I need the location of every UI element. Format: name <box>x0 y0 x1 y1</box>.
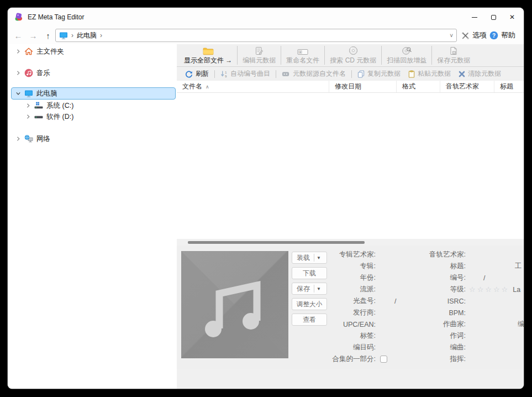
chevron-right-icon[interactable] <box>15 136 21 142</box>
copy-metadata-label: 复制元数据 <box>367 69 401 79</box>
breadcrumb-this-pc[interactable]: 此电脑 <box>77 31 97 40</box>
show-all-files-button[interactable]: 显示全部文件 → <box>179 44 237 66</box>
folder-icon <box>203 46 214 55</box>
rename-file-button[interactable]: x 重命名文件 <box>281 44 324 66</box>
clear-icon <box>459 71 465 77</box>
search-cd-metadata-label: 搜索 CD 元数据 <box>330 56 376 65</box>
breadcrumb-chevron-icon: › <box>71 32 73 39</box>
sidebar-item-this-pc[interactable]: 此电脑 <box>8 87 177 100</box>
back-icon: ← <box>14 31 23 40</box>
main-toolbar: 显示全部文件 → 编辑元数据 <box>177 44 524 67</box>
address-bar[interactable]: › 此电脑 › ˅ <box>55 29 457 42</box>
paste-icon <box>408 70 415 78</box>
column-header-filename[interactable]: 文件名 ∧ <box>177 81 329 92</box>
minimize-button[interactable] <box>465 8 484 27</box>
chevron-down-icon[interactable] <box>15 91 21 96</box>
field-arranger: 编曲: <box>397 342 466 353</box>
field-year: 年份: <box>307 272 376 284</box>
chevron-right-icon[interactable] <box>15 70 21 76</box>
home-icon <box>24 47 33 56</box>
chevron-right-icon[interactable] <box>25 103 31 108</box>
rating-stars[interactable]: ☆☆☆☆☆ <box>469 285 509 294</box>
toolbar-separator <box>214 70 215 78</box>
music-icon <box>24 69 33 77</box>
clear-metadata-button[interactable]: 清除元数据 <box>455 69 505 79</box>
music-note-icon <box>181 251 288 358</box>
auto-number-tracks-button[interactable]: 1 9 自动编号曲目 <box>217 69 274 79</box>
title-bar: EZ Meta Tag Editor ✕ <box>8 8 524 27</box>
window-title: EZ Meta Tag Editor <box>28 13 85 21</box>
horizontal-scrollbar[interactable] <box>177 239 524 245</box>
paste-metadata-button[interactable]: 粘贴元数据 <box>404 69 455 79</box>
metadata-from-filename-button[interactable]: 元数据源自文件名 <box>278 69 350 79</box>
chevron-right-icon[interactable] <box>15 49 21 54</box>
column-header-modified-date[interactable]: 修改日期 <box>329 81 397 92</box>
forward-button[interactable]: → <box>27 29 39 41</box>
save-metadata-button[interactable]: 保存元数据 <box>432 44 475 66</box>
svg-text:x: x <box>299 50 301 53</box>
svg-text:?: ? <box>492 33 496 39</box>
metadata-toolbar: 刷新 1 9 自动编号曲目 元数据源自文件名 <box>177 67 524 81</box>
refresh-label: 刷新 <box>196 69 209 79</box>
field-genre: 流派: <box>307 284 376 295</box>
search-cd-metadata-button[interactable]: 搜索 CD 元数据 <box>325 44 381 66</box>
show-all-files-label: 显示全部文件 → <box>184 56 232 65</box>
auto-number-icon: 1 9 <box>220 70 228 78</box>
sidebar-item-drive-d[interactable]: 软件 (D:) <box>8 111 177 123</box>
sidebar-item-music[interactable]: 音乐 <box>8 67 177 79</box>
sidebar-item-drive-c[interactable]: 系统 (C:) <box>8 100 177 112</box>
metadata-from-filename-label: 元数据源自文件名 <box>293 69 346 79</box>
field-publisher: 发行商: <box>307 307 376 318</box>
refresh-button[interactable]: 刷新 <box>181 69 213 79</box>
edit-metadata-button[interactable]: 编辑元数据 <box>238 44 281 66</box>
sidebar-item-label: 音乐 <box>36 69 50 78</box>
field-part-of-compilation: 合集的一部分: <box>307 353 387 365</box>
compilation-checkbox[interactable] <box>380 356 387 363</box>
column-header-format[interactable]: 格式 <box>397 81 440 92</box>
column-header-title[interactable]: 标题 <box>494 81 524 92</box>
scan-replaygain-button[interactable]: 扫描回放增益 <box>382 44 431 66</box>
replaygain-icon <box>402 46 412 55</box>
column-header-track-artist[interactable]: 音轨艺术家 <box>440 81 494 92</box>
field-isrc: ISRC: <box>397 295 466 307</box>
save-doc-icon <box>450 46 457 55</box>
help-button[interactable]: ? 帮助 <box>489 29 515 41</box>
system-drive-icon <box>34 101 43 110</box>
address-dropdown-icon[interactable]: ˅ <box>450 33 453 39</box>
rename-field-icon: x <box>297 46 308 55</box>
svg-text:1: 1 <box>225 70 227 74</box>
options-label: 选项 <box>472 30 487 40</box>
field-rating: 等级: ☆☆☆☆☆ La <box>397 284 520 295</box>
scrollbar-thumb[interactable] <box>188 241 365 244</box>
sort-ascending-icon: ∧ <box>206 84 209 90</box>
close-button[interactable]: ✕ <box>503 8 522 27</box>
file-list[interactable] <box>177 93 524 239</box>
sidebar-item-label: 网络 <box>36 134 50 144</box>
network-icon <box>24 134 33 143</box>
rename-file-label: 重命名文件 <box>286 56 319 65</box>
maximize-button[interactable] <box>484 8 503 27</box>
album-art-placeholder[interactable] <box>181 251 288 358</box>
up-button[interactable]: ↑ <box>42 29 54 41</box>
field-title: 标题: <box>397 260 466 272</box>
clear-metadata-label: 清除元数据 <box>468 69 501 79</box>
clipped-field-fragment: 编 <box>518 318 524 330</box>
field-track-artist: 音轨艺术家: <box>397 249 466 260</box>
paste-metadata-label: 粘贴元数据 <box>418 69 451 79</box>
chevron-right-icon[interactable] <box>25 114 31 119</box>
sidebar-item-network[interactable]: 网络 <box>8 133 177 145</box>
field-disc-number: 光盘号:/ <box>307 295 396 307</box>
app-window: EZ Meta Tag Editor ✕ ← → ↑ › 此电脑 › ˅ <box>8 8 524 389</box>
toolbar-separator <box>276 70 276 78</box>
clipped-field-fragment: 工 <box>515 260 522 272</box>
field-catalog-number: 编目码: <box>307 342 376 353</box>
toolbar-separator <box>351 70 352 78</box>
options-button[interactable]: 选项 <box>461 29 487 41</box>
field-composer: 作曲家: <box>397 318 466 330</box>
back-button[interactable]: ← <box>12 29 24 41</box>
field-track-number: 编号:/ <box>397 272 485 284</box>
sidebar-item-label: 主文件夹 <box>36 47 64 56</box>
navigation-bar: ← → ↑ › 此电脑 › ˅ 选项 <box>8 27 524 44</box>
sidebar-item-home[interactable]: 主文件夹 <box>8 45 177 58</box>
copy-metadata-button[interactable]: 复制元数据 <box>354 69 404 79</box>
